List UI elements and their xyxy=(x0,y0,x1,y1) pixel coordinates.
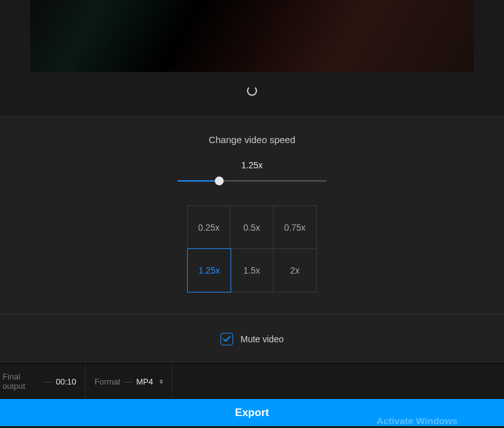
speed-preset-grid: 0.25x0.5x0.75x1.25x1.5x2x xyxy=(187,205,317,292)
mute-section: Mute video xyxy=(0,314,504,363)
speed-preset-button[interactable]: 1.5x xyxy=(231,249,273,292)
format-label: Format xyxy=(94,377,120,386)
speed-preset-button[interactable]: 0.75x xyxy=(273,206,316,249)
output-value: 00:10 xyxy=(55,377,76,386)
format-select[interactable]: MP4 xyxy=(136,377,163,386)
export-label: Export xyxy=(235,407,269,419)
windows-watermark: Activate Windows xyxy=(377,415,457,426)
speed-preset-button[interactable]: 1.25x xyxy=(187,248,231,292)
video-preview[interactable] xyxy=(30,0,474,72)
output-duration-cell: Final output — 00:10 xyxy=(0,364,86,399)
speed-current-value: 1.25x xyxy=(241,160,263,170)
slider-thumb[interactable] xyxy=(215,176,224,185)
output-label: Final output xyxy=(3,372,40,391)
speed-controls: Change video speed 1.25x 0.25x0.5x0.75x1… xyxy=(0,116,504,314)
mute-label: Mute video xyxy=(241,334,284,344)
sort-caret-icon xyxy=(159,379,163,384)
loading-row xyxy=(0,72,504,97)
slider-fill xyxy=(178,180,219,182)
separator: — xyxy=(124,377,132,386)
loading-spinner-icon xyxy=(247,86,257,96)
format-cell: Format — MP4 xyxy=(86,364,173,399)
speed-preset-button[interactable]: 0.25x xyxy=(188,206,231,249)
speed-preset-button[interactable]: 0.5x xyxy=(231,206,273,249)
check-icon xyxy=(223,336,231,342)
speed-preset-button[interactable]: 2x xyxy=(273,249,316,292)
separator: — xyxy=(43,377,52,386)
section-title: Change video speed xyxy=(209,134,295,145)
mute-checkbox[interactable] xyxy=(220,333,233,345)
speed-slider[interactable] xyxy=(178,176,326,185)
info-bar: Final output — 00:10 Format — MP4 xyxy=(0,363,504,399)
export-button[interactable]: Export Activate Windows xyxy=(0,399,504,426)
format-value: MP4 xyxy=(136,377,153,386)
